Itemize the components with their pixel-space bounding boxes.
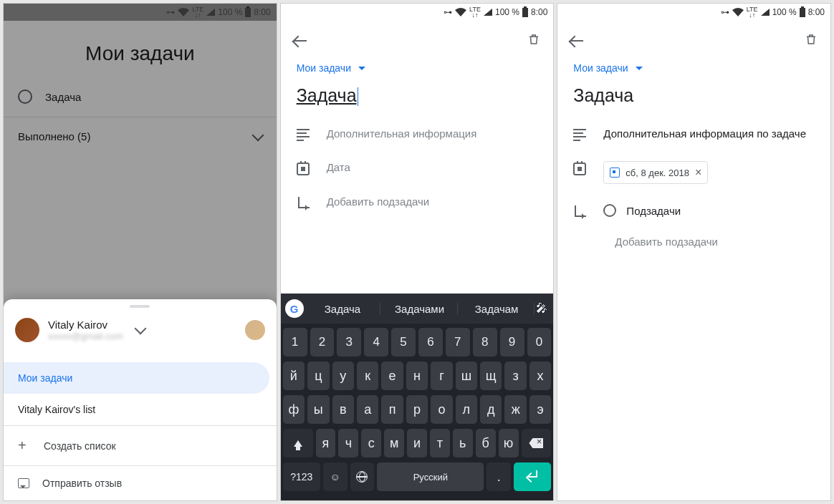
key[interactable]: и bbox=[407, 429, 427, 457]
key[interactable]: 9 bbox=[500, 328, 524, 357]
key[interactable]: п bbox=[381, 395, 403, 424]
subtask-row[interactable]: Добавить подзадачи bbox=[281, 185, 554, 218]
key[interactable]: а bbox=[357, 395, 378, 424]
key-icon: ⊶ bbox=[444, 7, 452, 17]
network-label: LTE↓↑ bbox=[747, 6, 758, 18]
key[interactable]: 8 bbox=[473, 328, 497, 357]
list-dropdown[interactable]: Мои задачи bbox=[281, 55, 554, 81]
list-item-selected[interactable]: Мои задачи bbox=[4, 362, 269, 394]
wifi-icon bbox=[455, 8, 466, 16]
key[interactable]: о bbox=[431, 395, 452, 424]
clock: 8:00 bbox=[808, 7, 825, 17]
key[interactable]: у bbox=[332, 362, 354, 390]
date-value: сб, 8 дек. 2018 bbox=[626, 168, 689, 178]
backspace-key[interactable] bbox=[522, 429, 552, 457]
key[interactable]: ш bbox=[456, 362, 477, 390]
key[interactable]: й bbox=[283, 362, 305, 390]
date-row[interactable]: сб, 8 дек. 2018 × bbox=[557, 151, 830, 194]
key[interactable]: м bbox=[384, 429, 404, 457]
date-chip[interactable]: сб, 8 дек. 2018 × bbox=[603, 161, 708, 184]
shift-key[interactable] bbox=[283, 429, 313, 457]
date-placeholder: Дата bbox=[327, 161, 350, 173]
status-bar: ⊶ LTE↓↑ 100 % 8:00 bbox=[281, 4, 554, 21]
avatar-secondary[interactable] bbox=[245, 320, 265, 340]
add-subtask-button[interactable]: Добавить подзадачи bbox=[557, 227, 830, 256]
mic-icon[interactable]: 🎤︎ bbox=[536, 302, 549, 315]
key[interactable]: л bbox=[456, 395, 477, 424]
symbols-key[interactable]: ?123 bbox=[283, 462, 320, 491]
account-switcher[interactable]: Vitaly Kairov xxxxx@gmail.com bbox=[4, 311, 277, 349]
enter-key[interactable] bbox=[514, 462, 551, 491]
key[interactable]: ч bbox=[338, 429, 358, 457]
key[interactable]: н bbox=[406, 362, 428, 390]
key[interactable]: 4 bbox=[364, 328, 388, 357]
create-list-label: Создать список bbox=[44, 440, 116, 452]
key[interactable]: е bbox=[381, 362, 403, 390]
notes-row[interactable]: Дополнительная информация по задаче bbox=[557, 117, 830, 151]
drag-handle[interactable] bbox=[130, 305, 150, 308]
calendar-icon bbox=[297, 163, 310, 175]
key[interactable]: 0 bbox=[527, 328, 552, 357]
back-button[interactable] bbox=[294, 40, 307, 42]
signal-icon bbox=[484, 9, 492, 16]
date-row[interactable]: Дата bbox=[281, 151, 554, 185]
key[interactable]: ц bbox=[307, 362, 329, 390]
key[interactable]: ж bbox=[504, 395, 526, 424]
key[interactable]: т bbox=[430, 429, 450, 457]
key[interactable]: я bbox=[316, 429, 336, 457]
back-button[interactable] bbox=[570, 40, 583, 42]
clear-date-button[interactable]: × bbox=[695, 166, 701, 179]
bottom-sheet-menu: Vitaly Kairov xxxxx@gmail.com Мои задачи… bbox=[4, 299, 277, 500]
key[interactable]: 2 bbox=[310, 328, 335, 357]
key[interactable]: г bbox=[431, 362, 452, 390]
google-icon[interactable]: G bbox=[285, 299, 304, 318]
notes-icon bbox=[297, 129, 311, 141]
suggestion[interactable]: Задача bbox=[305, 303, 381, 315]
clock: 8:00 bbox=[531, 7, 547, 17]
key[interactable]: 5 bbox=[391, 328, 416, 357]
language-key[interactable] bbox=[350, 462, 375, 491]
task-title-input[interactable]: Задача bbox=[297, 81, 358, 117]
key[interactable]: к bbox=[357, 362, 378, 390]
delete-button[interactable] bbox=[527, 32, 540, 49]
list-item[interactable]: Vitaly Kairov's list bbox=[4, 394, 277, 425]
notes-row[interactable]: Дополнительная информация bbox=[281, 117, 554, 151]
key[interactable]: х bbox=[529, 362, 551, 390]
suggestion[interactable]: Задачам bbox=[459, 303, 535, 315]
list-dropdown[interactable]: Мои задачи bbox=[557, 55, 830, 81]
delete-button[interactable] bbox=[805, 32, 818, 49]
key[interactable]: 3 bbox=[337, 328, 361, 357]
key[interactable]: ф bbox=[283, 395, 305, 424]
create-list-button[interactable]: + Создать список bbox=[4, 426, 277, 465]
signal-icon bbox=[761, 9, 770, 16]
key[interactable]: 6 bbox=[418, 328, 443, 357]
key[interactable]: б bbox=[476, 429, 496, 457]
list-dropdown-label: Мои задачи bbox=[573, 62, 628, 74]
dropdown-icon bbox=[636, 67, 643, 70]
subtask-checkbox[interactable] bbox=[603, 204, 616, 217]
network-label: LTE↓↑ bbox=[469, 6, 481, 18]
key[interactable]: с bbox=[361, 429, 381, 457]
account-email: xxxxx@gmail.com bbox=[48, 331, 123, 341]
key[interactable]: 1 bbox=[283, 328, 307, 357]
suggestion[interactable]: Задачами bbox=[382, 303, 458, 315]
key[interactable]: д bbox=[480, 395, 502, 424]
key[interactable]: ь bbox=[453, 429, 473, 457]
subtask-label[interactable]: Подзадачи bbox=[626, 205, 681, 217]
key[interactable]: в bbox=[332, 395, 354, 424]
emoji-key[interactable]: ☺ bbox=[323, 462, 348, 491]
key[interactable]: ы bbox=[307, 395, 329, 424]
feedback-button[interactable]: Отправить отзыв bbox=[4, 466, 277, 500]
key[interactable]: з bbox=[504, 362, 526, 390]
key[interactable]: ю bbox=[499, 429, 519, 457]
key[interactable]: э bbox=[529, 395, 551, 424]
period-key[interactable]: . bbox=[486, 462, 511, 491]
wifi-icon bbox=[732, 8, 744, 16]
key[interactable]: 7 bbox=[446, 328, 470, 357]
key[interactable]: р bbox=[406, 395, 428, 424]
task-title[interactable]: Задача bbox=[557, 81, 830, 117]
key[interactable]: щ bbox=[480, 362, 502, 390]
chevron-down-icon bbox=[134, 323, 146, 335]
space-key[interactable]: Русский bbox=[377, 462, 484, 491]
notes-placeholder: Дополнительная информация bbox=[327, 127, 477, 140]
